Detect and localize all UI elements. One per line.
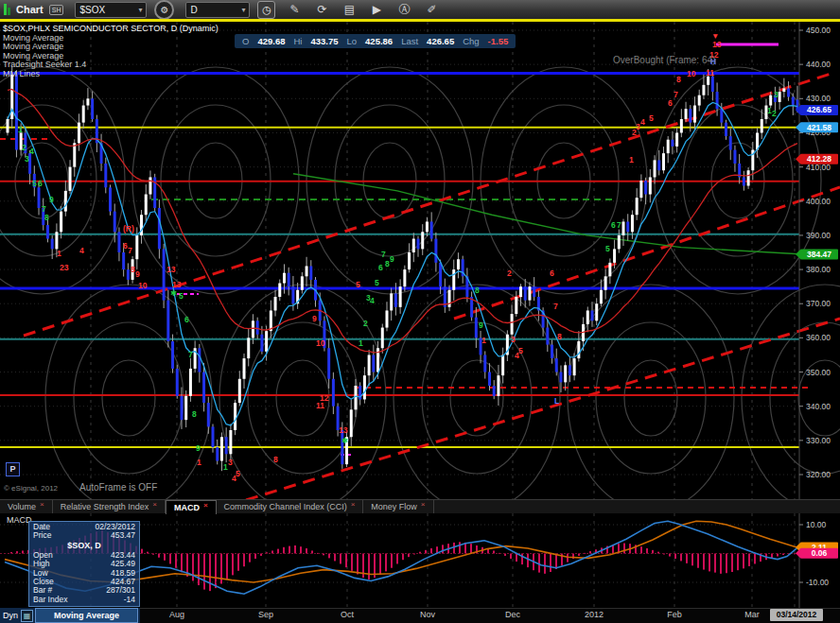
low-label: Lo [347,36,358,46]
seeker-mark: 6 [611,220,616,230]
price-badge: 426.65 [807,105,831,114]
high-label: Hi [293,36,302,46]
price-tick-label: 370.00 [806,299,831,308]
tool-icon[interactable]: ▦ [21,610,33,622]
seeker-mark: 7 [381,250,386,259]
refresh-icon[interactable]: ⟳ [313,2,330,17]
seeker-mark: 9 [390,254,394,264]
play-icon[interactable]: ▶ [368,2,385,17]
price-tick-label: 350.00 [806,368,831,377]
last-label: Last [401,36,418,46]
seeker-mark: 5 [605,244,610,253]
gear-icon[interactable]: ⚙ [154,0,174,20]
indicator-tabs: Volume×Relative Strength Index×MACD×Comm… [0,499,840,513]
chart-window: Chart SH $SOX ▾ ⚙ D ▾ ◷ ✎ ⟳ ▤ ▶ Ⓐ ✐ 1234… [0,0,840,623]
seeker-mark: (R) [123,224,134,234]
price-tick-label: 340.00 [806,402,831,411]
price-tick-label: 320.00 [806,470,831,479]
pencil-icon[interactable]: ✎ [286,2,303,17]
auto-icon[interactable]: Ⓐ [395,2,412,17]
seeker-mark: 3 [511,335,516,344]
price-badge: 412.28 [807,154,831,164]
time-axis-label: Sep [258,610,273,619]
seeker-mark: L [554,396,559,406]
seeker-mark: 5 [356,280,360,289]
seeker-mark: 2 [363,319,368,328]
symbol-value: $SOX [79,5,105,15]
quote-box-icon[interactable]: ▤ [341,2,358,17]
tab-money-flow[interactable]: Money Flow× [363,500,433,513]
time-axis-label: Oct [341,610,354,619]
price-badge: 0.06 [812,548,828,558]
seeker-mark: ✱ [341,436,348,445]
close-icon[interactable]: × [152,500,157,509]
price-tick-label: 330.00 [806,436,831,445]
interval-value: D [190,5,197,15]
seeker-mark: 1 [197,458,201,467]
tab-relative-strength-index[interactable]: Relative Strength Index× [53,500,166,513]
tab-volume[interactable]: Volume× [0,500,53,513]
tab-macd[interactable]: MACD× [166,500,217,514]
seeker-mark: 2 [507,268,512,278]
autoframe-status: AutoFrame is OFF [79,482,157,493]
overbought-label: OverBought (Frame: 64) [613,55,715,65]
seeker-mark: ▼ [711,31,719,41]
seeker-mark: 9 [479,320,483,330]
seeker-mark: 1 [359,338,363,348]
seeker-mark: 10 [138,281,148,290]
close-icon[interactable]: × [351,500,356,509]
seeker-mark: 8 [676,75,681,84]
interval-select[interactable]: D ▾ [185,2,250,18]
time-axis-label: Feb [667,610,682,619]
seeker-mark: 5 [518,346,523,355]
last-date-badge: 03/14/2012 [770,609,823,621]
dyn-mode-button[interactable]: Dyn [0,611,21,620]
price-tick-label: 400.00 [806,197,831,206]
symbol-input[interactable]: $SOX ▾ [75,2,147,18]
seeker-mark: 10 [687,69,696,78]
close-icon[interactable]: × [40,500,44,509]
layout-link-badge[interactable]: SH [49,5,64,15]
macd-tick-label: -10.00 [806,578,829,587]
seeker-mark: 5 [375,278,379,287]
open-value: 429.68 [257,36,285,46]
chevron-down-icon: ▾ [138,6,142,14]
seeker-mark: 5 [649,113,654,123]
tab-commodity-channel-index-cci-[interactable]: Commodity Channel Index (CCI)× [217,500,364,513]
seeker-mark: 8 [273,455,278,464]
seeker-mark: 11 [706,68,714,78]
chart-legend: $SOX,PHLX SEMICONDUCTOR SECTOR, D (Dynam… [3,25,219,79]
window-icon [4,4,10,15]
seeker-mark: 3 [774,90,779,99]
eraser-icon[interactable]: ✐ [423,2,440,17]
seeker-mark: 5 [179,291,184,301]
last-value: 426.65 [427,36,454,46]
seeker-mark: 7 [553,302,558,311]
seeker-mark: 9 [312,314,317,323]
close-icon[interactable]: × [421,500,426,509]
high-value: 433.75 [310,36,338,46]
seeker-mark: 7 [617,220,621,230]
page-link-badge[interactable]: P [6,462,20,476]
close-icon[interactable]: × [203,501,208,510]
selected-study-button[interactable]: Moving Average [35,608,138,623]
clock-icon[interactable]: ◷ [257,1,275,19]
price-tick-label: 360.00 [806,333,831,342]
price-chart-canvas[interactable]: 12345678912346789101313(R)✱5678911345891… [0,22,840,499]
time-axis-label: Mar [744,610,760,619]
data-window-row: Price453.47 [29,531,139,540]
time-axis-label: Aug [169,610,184,619]
chg-label: Chg [463,36,479,46]
price-tick-label: 430.00 [806,94,831,103]
seeker-mark: 8 [475,286,480,295]
low-value: 425.86 [365,36,393,46]
seeker-mark: 8 [44,213,49,222]
seeker-mark: 13 [712,40,722,49]
seeker-mark: 1 [629,155,634,164]
price-tick-label: 380.00 [806,265,831,274]
seeker-mark: 6 [184,315,189,324]
seeker-mark: 9 [49,195,54,204]
seeker-mark: 12 [320,393,329,403]
seeker-mark: 9 [135,269,140,279]
seeker-mark: 13 [339,425,348,435]
